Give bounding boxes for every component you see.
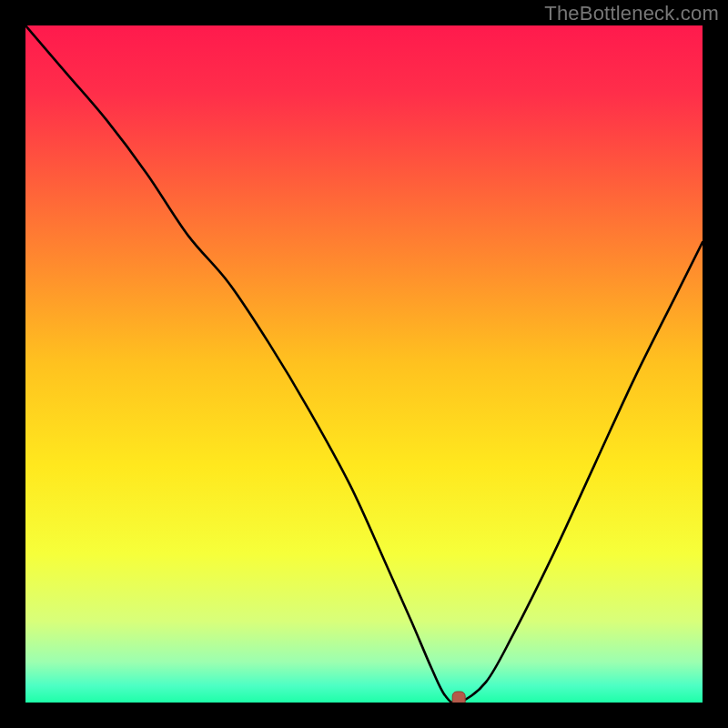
- gradient-background: [25, 25, 703, 703]
- bottleneck-chart: [25, 25, 703, 703]
- chart-frame: TheBottleneck.com: [0, 0, 728, 728]
- optimal-point-marker: [452, 692, 465, 703]
- plot-area: [25, 25, 703, 703]
- watermark-text: TheBottleneck.com: [544, 2, 719, 25]
